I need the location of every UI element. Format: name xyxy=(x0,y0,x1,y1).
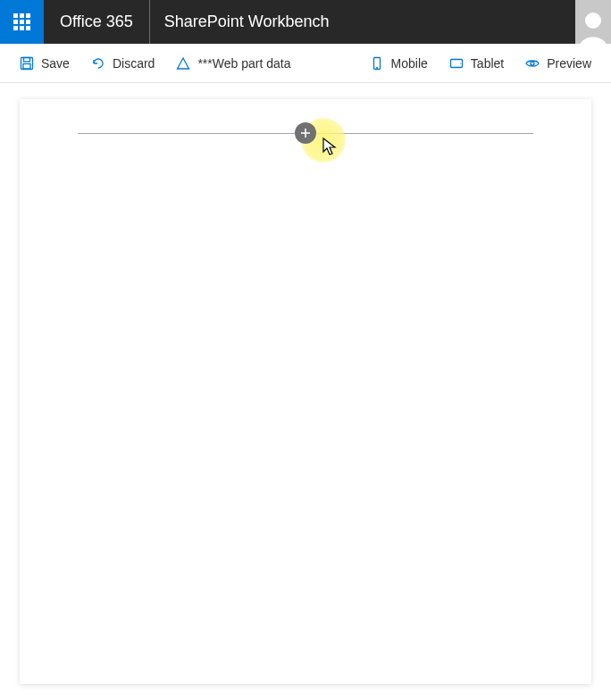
mobile-icon xyxy=(370,56,384,71)
svg-point-0 xyxy=(585,12,601,29)
page-surface xyxy=(20,99,591,684)
tablet-button[interactable]: Tablet xyxy=(439,44,515,83)
webpart-data-label: ***Web part data xyxy=(197,56,290,71)
app-launcher-button[interactable] xyxy=(0,0,44,44)
app-title: SharePoint Workbench xyxy=(150,0,344,44)
mobile-button[interactable]: Mobile xyxy=(359,44,439,83)
person-icon xyxy=(575,8,611,44)
preview-button[interactable]: Preview xyxy=(515,44,602,83)
command-bar: Save Discard ***Web part data Mobile Tab… xyxy=(0,44,611,83)
webpart-data-button[interactable]: ***Web part data xyxy=(165,44,301,83)
preview-label: Preview xyxy=(547,56,591,71)
save-icon xyxy=(20,56,34,71)
tablet-icon xyxy=(449,56,464,71)
svg-rect-2 xyxy=(24,57,30,62)
preview-icon xyxy=(525,56,540,71)
svg-rect-3 xyxy=(23,63,30,69)
waffle-icon xyxy=(13,13,30,30)
discard-button[interactable]: Discard xyxy=(80,44,165,83)
plus-icon xyxy=(299,127,312,139)
suite-header: Office 365 SharePoint Workbench xyxy=(0,0,611,44)
save-label: Save xyxy=(41,56,70,71)
mobile-label: Mobile xyxy=(391,56,428,71)
cursor-icon xyxy=(322,137,338,156)
add-webpart-button[interactable] xyxy=(295,122,316,144)
discard-label: Discard xyxy=(113,56,155,71)
undo-icon xyxy=(91,56,105,71)
warning-triangle-icon xyxy=(176,56,190,71)
svg-point-8 xyxy=(531,62,534,65)
tablet-label: Tablet xyxy=(471,56,504,71)
user-avatar[interactable] xyxy=(575,0,611,44)
save-button[interactable]: Save xyxy=(9,44,80,83)
canvas-area xyxy=(0,83,611,700)
svg-point-7 xyxy=(460,62,461,63)
brand-label[interactable]: Office 365 xyxy=(44,0,150,44)
